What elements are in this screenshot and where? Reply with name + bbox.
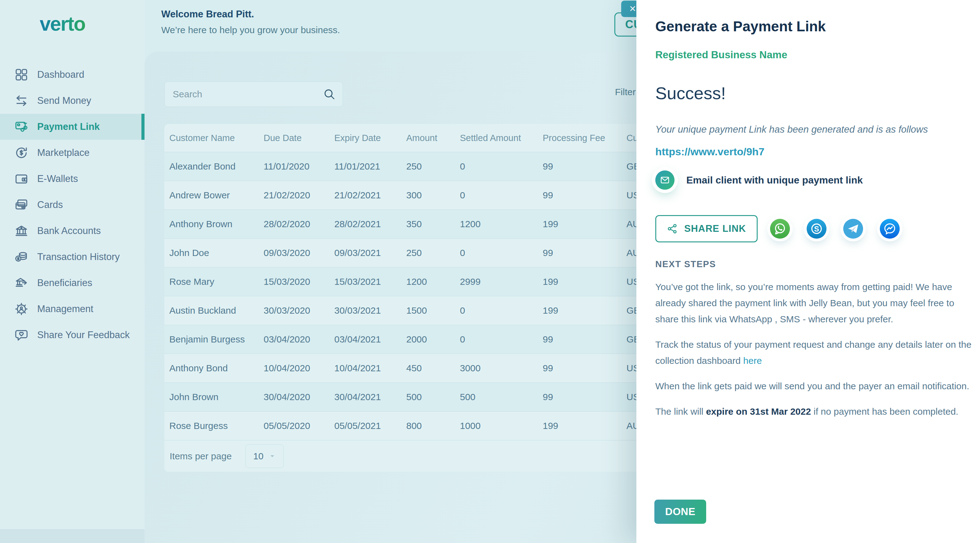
paragraph-4: The link will expire on 31st Mar 2022 if…	[655, 403, 978, 420]
cell-amount: 2000	[406, 334, 460, 345]
cell-expiry-date: 30/03/2021	[334, 305, 406, 316]
sidebar-item-management[interactable]: Management	[0, 296, 145, 322]
cell-due-date: 15/03/2020	[264, 276, 334, 287]
send-money-icon	[14, 94, 29, 108]
table-row[interactable]: Rose Burgess 05/05/2020 05/05/2021 800 1…	[164, 411, 645, 440]
cell-expiry-date: 11/01/2021	[334, 161, 406, 172]
filter-button[interactable]: Filter	[615, 87, 636, 97]
cell-due-date: 09/03/2020	[264, 248, 334, 258]
payment-link-url[interactable]: https://www.verto/9h7	[655, 146, 764, 158]
table-body: Alexander Bond 11/01/2020 11/01/2021 250…	[164, 152, 645, 440]
chevron-down-icon	[269, 452, 276, 460]
next-steps-body: You’ve got the link, so you’re moments a…	[655, 279, 978, 429]
sidebar-item-label: Dashboard	[37, 69, 84, 80]
skype-share-button[interactable]	[807, 219, 826, 239]
cell-processing-fee: 199	[543, 219, 627, 229]
sidebar-item-beneficiaries[interactable]: Beneficiaries	[0, 270, 145, 296]
table-row[interactable]: John Brown 30/04/2020 30/04/2021 500 500…	[164, 383, 645, 411]
verto-logo: verto	[40, 13, 85, 35]
sidebar-item-share-your-feedback[interactable]: Share Your Feedback	[0, 322, 145, 348]
items-per-page-label: Items per page	[170, 451, 232, 462]
table-row[interactable]: John Doe 09/03/2020 09/03/2021 250 0 99 …	[164, 238, 645, 267]
messenger-share-button[interactable]	[880, 219, 900, 239]
cards-icon	[14, 198, 29, 212]
welcome-title: Welcome Bread Pitt.	[161, 9, 340, 20]
table-row[interactable]: Anthony Bond 10/04/2020 10/04/2021 450 3…	[164, 354, 645, 383]
cell-settled-amount: 1000	[460, 421, 543, 431]
paragraph-2: Track the status of your payment request…	[655, 337, 978, 369]
sidebar-item-dashboard[interactable]: Dashboard	[0, 62, 145, 88]
sidebar-item-label: Management	[37, 303, 93, 314]
telegram-share-button[interactable]	[843, 219, 863, 239]
table-row[interactable]: Rose Mary 15/03/2020 15/03/2021 1200 299…	[164, 267, 645, 296]
cell-customer-name: Austin Buckland	[169, 305, 264, 316]
share-link-button[interactable]: SHARE LINK	[655, 215, 758, 242]
sidebar-item-label: E-Wallets	[37, 173, 78, 184]
table-row[interactable]: Andrew Bower 21/02/2020 21/02/2021 300 0…	[164, 181, 645, 210]
sidebar-item-payment-link[interactable]: Payment Link	[0, 114, 145, 140]
payment-links-table: Customer Name Due Date Expiry Date Amoun…	[164, 124, 645, 472]
paragraph-4-text-after: if no payment has been completed.	[811, 406, 958, 416]
cell-processing-fee: 99	[543, 392, 627, 402]
cell-processing-fee: 199	[543, 421, 627, 431]
cell-processing-fee: 99	[543, 363, 627, 373]
cell-due-date: 21/02/2020	[264, 190, 334, 200]
share-icon	[667, 223, 678, 234]
table-row[interactable]: Alexander Bond 11/01/2020 11/01/2021 250…	[164, 152, 645, 181]
cell-expiry-date: 28/02/2021	[334, 219, 406, 229]
cell-settled-amount: 0	[460, 248, 543, 258]
cell-processing-fee: 99	[543, 161, 627, 172]
cell-amount: 500	[406, 392, 460, 402]
cell-settled-amount: 0	[460, 305, 543, 316]
email-circle-button[interactable]	[655, 170, 675, 190]
cell-customer-name: Anthony Bond	[169, 363, 264, 373]
here-link[interactable]: here	[743, 356, 762, 366]
generate-payment-link-panel: Generate a Payment Link Registered Busin…	[636, 0, 980, 543]
sidebar-item-label: Beneficiaries	[37, 277, 92, 289]
wallet-icon	[14, 172, 29, 186]
cell-expiry-date: 15/03/2021	[334, 276, 406, 287]
search-icon	[323, 88, 336, 101]
whatsapp-share-button[interactable]	[770, 219, 790, 239]
cell-amount: 250	[406, 161, 460, 172]
telegram-icon	[846, 221, 861, 236]
sidebar-item-e-wallets[interactable]: E-Wallets	[0, 166, 145, 192]
cell-expiry-date: 10/04/2021	[334, 363, 406, 373]
col-amount: Amount	[406, 133, 460, 143]
table-row[interactable]: Anthony Brown 28/02/2020 28/02/2021 350 …	[164, 210, 645, 238]
sidebar-item-send-money[interactable]: Send Money	[0, 88, 145, 114]
search-input[interactable]	[165, 82, 343, 106]
cell-expiry-date: 21/02/2021	[334, 190, 406, 200]
sidebar-item-cards[interactable]: Cards	[0, 192, 145, 218]
success-heading: Success!	[655, 83, 726, 103]
cell-processing-fee: 99	[543, 190, 627, 200]
cell-processing-fee: 99	[543, 334, 627, 345]
cell-due-date: 30/04/2020	[264, 392, 334, 402]
email-client-row[interactable]: Email client with unique payment link	[655, 170, 863, 190]
cell-customer-name: Rose Burgess	[169, 421, 264, 431]
cell-customer-name: Anthony Brown	[169, 219, 264, 229]
table-row[interactable]: Benjamin Burgess 03/04/2020 03/04/2021 2…	[164, 325, 645, 354]
next-steps-heading: NEXT STEPS	[655, 259, 716, 269]
beneficiaries-icon	[14, 276, 29, 290]
cell-amount: 1500	[406, 305, 460, 316]
sidebar-item-marketplace[interactable]: Marketplace	[0, 140, 145, 166]
cell-amount: 300	[406, 190, 460, 200]
items-per-page-select[interactable]: 10	[245, 445, 284, 468]
cell-amount: 250	[406, 248, 460, 258]
search-box[interactable]	[164, 81, 343, 107]
done-button[interactable]: DONE	[654, 500, 706, 524]
items-per-page-value: 10	[253, 451, 263, 462]
cell-expiry-date: 05/05/2021	[334, 421, 406, 431]
cell-due-date: 28/02/2020	[264, 219, 334, 229]
sidebar-item-bank-accounts[interactable]: Bank Accounts	[0, 218, 145, 244]
cell-due-date: 03/04/2020	[264, 334, 334, 345]
mail-icon	[660, 175, 670, 185]
sidebar-item-transaction-history[interactable]: Transaction History	[0, 244, 145, 270]
cell-amount: 800	[406, 421, 460, 431]
cell-settled-amount: 1200	[460, 219, 543, 229]
table-row[interactable]: Austin Buckland 30/03/2020 30/03/2021 15…	[164, 296, 645, 325]
messenger-icon	[882, 221, 897, 236]
registered-business-name-link[interactable]: Registered Business Name	[655, 49, 788, 61]
cell-due-date: 11/01/2020	[264, 161, 334, 172]
